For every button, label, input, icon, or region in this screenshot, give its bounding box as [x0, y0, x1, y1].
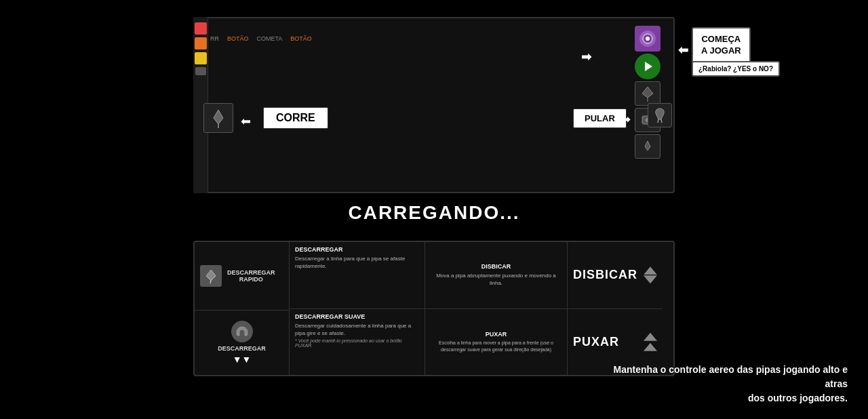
- pular-box[interactable]: PULAR: [573, 108, 627, 128]
- arrow-comeca-left: ⬅: [678, 43, 688, 58]
- desc-box-descarregar: DESCARREGAR Descarregar a linha para que…: [290, 242, 425, 309]
- top-label-rr: RR: [210, 35, 219, 42]
- big-text-disbicar: Mova a pipa abruptamente puxando e moven…: [431, 272, 561, 287]
- desc-text-descarregar: Descarregar a linha para que a pipa se a…: [295, 255, 419, 270]
- character-icon: [203, 103, 233, 133]
- footer-line2: dos outros jogadores.: [748, 393, 848, 403]
- descarregar-label: DESCARREGAR: [218, 345, 266, 352]
- descarregar-rapido-section: DESCARREGARRAPIDO: [195, 242, 289, 311]
- puxar-label: PUXAR: [573, 335, 619, 349]
- double-arrows-down: ▼▼: [233, 355, 252, 364]
- big-desc-puxar: PUXAR Escolha a linha para mover a pipa …: [425, 309, 567, 376]
- headphone-icon: [231, 321, 253, 342]
- footer-line1: Mantenha o controle aereo das pipas joga…: [614, 364, 848, 389]
- corre-label: CORRE: [276, 112, 315, 123]
- descarregar-rapido-label: DESCARREGARRAPIDO: [227, 269, 275, 283]
- corre-box[interactable]: CORRE: [263, 107, 328, 129]
- disbicar-scroll: [644, 266, 657, 283]
- pular-label: PULAR: [585, 113, 615, 123]
- big-desc-disbicar: DISBICAR Mova a pipa abruptamente puxand…: [425, 242, 567, 309]
- icon-btn-purple[interactable]: [635, 26, 660, 52]
- comeca-a-jogar-box[interactable]: COMEÇA A JOGAR: [692, 27, 751, 64]
- rabiola-text: ¿Rabiola? ¿YES o NO?: [698, 65, 773, 73]
- sidebar-icon-small: [195, 67, 206, 75]
- sidebar-icon-orange: [195, 37, 207, 49]
- big-title-disbicar: DISBICAR: [431, 263, 561, 270]
- disbicar-row: DISBICAR: [568, 242, 663, 309]
- svg-marker-3: [645, 62, 652, 71]
- disbicar-label: DISBICAR: [573, 268, 637, 282]
- kite-fast-icon: [200, 265, 222, 287]
- arrow-cometa-right: ➡: [581, 49, 591, 64]
- big-title-puxar: PUXAR: [431, 331, 561, 338]
- descarregar-section: DESCARREGAR ▼▼: [195, 311, 289, 376]
- desc-title-suave: DESCARREGAR SUAVE: [295, 313, 419, 320]
- svg-point-2: [646, 37, 650, 41]
- puxar-scroll: [644, 333, 657, 351]
- loading-text: CARREGANDO...: [348, 202, 519, 224]
- top-game-panel: [193, 17, 675, 193]
- image-buttons: [635, 26, 660, 159]
- comeca-line1: COMEÇA: [701, 34, 741, 44]
- arrow-pular-right: ➡: [620, 112, 631, 127]
- bottom-left-col: DESCARREGARRAPIDO DESCARREGAR ▼▼: [195, 242, 290, 375]
- arrow-corre-left: ⬅: [241, 114, 251, 129]
- puxar-scroll-up2[interactable]: [644, 343, 657, 351]
- bottom-rmid-col: DISBICAR Mova a pipa abruptamente puxand…: [425, 242, 568, 375]
- scroll-arrow-up[interactable]: [644, 266, 657, 275]
- top-label-botao1: BOTÃO: [227, 35, 249, 42]
- bottom-right-col: DISBICAR PUXAR: [568, 242, 663, 375]
- top-label-row: RR BOTÃO COMETA BOTÃO: [210, 35, 312, 42]
- footer-text: Mantenha o controle aereo das pipas joga…: [610, 363, 848, 405]
- sidebar-icon-kite: [195, 22, 207, 35]
- puxar-scroll-up[interactable]: [644, 333, 657, 341]
- bottom-mid-col: DESCARREGAR Descarregar a linha para que…: [290, 242, 425, 375]
- comeca-line2: A JOGAR: [701, 45, 741, 56]
- svg-line-10: [661, 119, 662, 123]
- play-btn[interactable]: [635, 54, 660, 79]
- rabiola-box[interactable]: ¿Rabiola? ¿YES o NO?: [692, 61, 780, 77]
- desc-title-descarregar: DESCARREGAR: [295, 246, 419, 253]
- scroll-arrow-down[interactable]: [644, 275, 657, 283]
- svg-line-9: [658, 119, 658, 123]
- desc-text-suave: Descarregar cuidadosamente a linha para …: [295, 322, 419, 337]
- desc-note-puxar: * Você pode mantê-lo pressionado ao usar…: [295, 338, 419, 348]
- icon-btn-dark3[interactable]: [635, 134, 660, 159]
- sidebar-icon-yellow: [195, 52, 207, 64]
- desc-box-descarregar-suave: DESCARREGAR SUAVE Descarregar cuidadosam…: [290, 309, 425, 376]
- top-label-cometa: COMETA: [257, 35, 283, 42]
- jump-icon: [648, 103, 672, 127]
- bottom-panel: DESCARREGARRAPIDO DESCARREGAR ▼▼ DESCARR…: [193, 241, 675, 376]
- icon-btn-kite1[interactable]: [635, 81, 660, 106]
- big-text-puxar: Escolha a linha para mover a pipa para a…: [431, 340, 561, 353]
- top-label-botao2: BOTÃO: [290, 35, 312, 42]
- svg-line-11: [210, 281, 211, 283]
